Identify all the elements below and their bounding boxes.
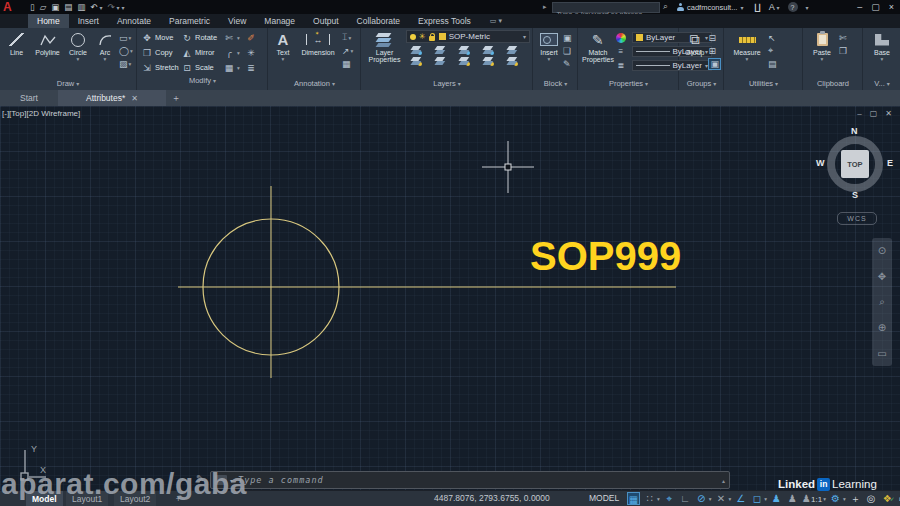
layer-tool-icon[interactable] [482, 56, 494, 66]
layer-tool-icon[interactable] [410, 45, 422, 55]
command-expand-icon[interactable]: ▴ [722, 477, 725, 484]
save-as-icon[interactable]: ▤ [64, 2, 72, 12]
file-tab-close-icon[interactable]: ✕ [131, 94, 138, 103]
quick-calc-icon[interactable]: ▤ [768, 59, 777, 69]
layer-color-swatch[interactable] [439, 33, 446, 40]
panel-block-label[interactable]: Block▾ [534, 78, 577, 90]
create-block-icon[interactable]: ❏ [563, 46, 571, 56]
isodraft-icon[interactable]: ✕ [715, 492, 728, 505]
hatch-caret-icon[interactable]: ▾ [129, 61, 132, 67]
search-icon[interactable]: ⌕ [663, 1, 668, 12]
id-point-icon[interactable]: ⌖ [768, 45, 773, 56]
annotation-visibility-icon[interactable]: ♟ [770, 492, 783, 505]
insert-caret-icon[interactable]: ▾ [548, 57, 551, 61]
layer-on-icon[interactable] [410, 34, 416, 40]
tab-insert[interactable]: Insert [69, 14, 108, 28]
viewcube-west[interactable]: W [816, 158, 825, 168]
rectangle-icon[interactable]: ▭ [119, 33, 128, 43]
fillet-button[interactable]: ╭▾ [224, 48, 246, 58]
layer-tool-icon[interactable] [506, 45, 518, 55]
model-space-button[interactable]: MODEL [589, 491, 619, 506]
plot-icon[interactable]: ▥ [77, 2, 85, 12]
undo-icon[interactable]: ↶ [90, 2, 97, 12]
stretch-button[interactable]: ⇲Stretch [142, 63, 182, 73]
multileader-icon[interactable]: ⌶ [342, 32, 347, 43]
drawing-area[interactable]: [-][Top][2D Wireframe] – ▢ ✕ Y X SOP999 … [0, 106, 900, 490]
circle-button[interactable]: Circle ▾ [65, 30, 91, 78]
object-snap-tracking-icon[interactable]: ∠ [734, 492, 747, 505]
help-caret-icon[interactable]: ▾ [806, 4, 809, 11]
snap-toggle-icon[interactable]: ∷ [643, 492, 656, 505]
quick-select-icon[interactable]: ↖ [768, 33, 776, 43]
graphics-performance-icon[interactable]: ❖ [881, 492, 894, 505]
save-icon[interactable]: ▣ [51, 2, 59, 12]
viewcube-east[interactable]: E [887, 158, 893, 168]
open-file-icon[interactable]: ▱ [40, 2, 47, 12]
paste-button[interactable]: Paste ▾ [807, 30, 837, 78]
layer-properties-button[interactable]: Layer Properties [365, 30, 404, 78]
tab-annotate[interactable]: Annotate [108, 14, 160, 28]
layer-tool-icon[interactable] [458, 56, 470, 66]
layer-thaw-icon[interactable]: ✳ [419, 34, 426, 40]
command-input[interactable] [236, 474, 719, 486]
ortho-toggle-icon[interactable]: ∟ [679, 492, 692, 505]
edit-attribute-icon[interactable]: ▣ [563, 33, 572, 43]
ellipse-icon[interactable]: ◯ [119, 46, 129, 56]
text-caret-icon[interactable]: ▾ [282, 57, 285, 61]
layer-tool-icon[interactable] [482, 45, 494, 55]
tab-express-tools[interactable]: Express Tools [409, 14, 480, 28]
ungroup-icon[interactable]: ⊟ [708, 33, 716, 43]
erase-button[interactable]: ✐ [246, 33, 259, 43]
dynamic-input-icon[interactable]: ⌖ [663, 492, 676, 505]
ellipse-caret-icon[interactable]: ▾ [130, 48, 133, 54]
tab-parametric[interactable]: Parametric [160, 14, 219, 28]
group-edit-icon[interactable]: ⊞ [708, 46, 716, 56]
tab-collaborate[interactable]: Collaborate [348, 14, 409, 28]
text-button[interactable]: A Text ▾ [272, 30, 294, 78]
insert-button[interactable]: Insert ▾ [537, 30, 561, 78]
base-caret-icon[interactable]: ▾ [881, 57, 884, 61]
measure-button[interactable]: Measure ▾ [728, 30, 766, 78]
linetype-icon[interactable]: ≣ [616, 61, 626, 70]
trim-button[interactable]: ✄▾ [224, 33, 246, 43]
leader-icon[interactable]: ↗ [342, 46, 350, 56]
panel-groups-label[interactable]: Groups▾ [680, 78, 723, 90]
tab-manage[interactable]: Manage [255, 14, 304, 28]
redo-icon[interactable]: ↷ [107, 2, 114, 12]
annotation-monitor-icon[interactable]: ＋ [849, 492, 862, 505]
rectangle-caret-icon[interactable]: ▾ [129, 35, 132, 41]
move-button[interactable]: ✥Move [142, 33, 182, 43]
redo-caret-icon[interactable]: ▾ [117, 4, 120, 11]
dimension-button[interactable]: ↔ Dimension [296, 30, 340, 78]
copy-clip-icon[interactable]: ❐ [839, 46, 847, 56]
restore-icon[interactable]: ▢ [871, 2, 880, 12]
navigation-wheel-icon[interactable]: ⊙ [878, 245, 886, 256]
isolate-objects-icon[interactable]: ◎ [865, 492, 878, 505]
arc-caret-icon[interactable]: ▾ [104, 57, 107, 61]
search-collapse-icon[interactable]: ▸ [543, 3, 547, 11]
scale-caret-icon[interactable]: ▾ [823, 496, 826, 502]
osnap-caret-icon[interactable]: ▾ [764, 496, 767, 502]
qat-customize-icon[interactable]: ▾ [122, 4, 125, 11]
copy-button[interactable]: ❐Copy [142, 48, 182, 58]
layer-tool-icon[interactable] [506, 56, 518, 66]
workspace-gear-icon[interactable]: ⚙ [829, 492, 842, 505]
viewcube-top-face[interactable]: TOP [841, 150, 869, 178]
grid-toggle-icon[interactable]: ▦ [627, 492, 640, 505]
arc-button[interactable]: Arc ▾ [93, 30, 117, 78]
file-tab-start[interactable]: Start [0, 90, 58, 106]
panel-annotation-label[interactable]: Annotation▾ [269, 78, 360, 90]
undo-caret-icon[interactable]: ▾ [99, 4, 102, 11]
viewcube-wcs-menu[interactable]: WCS [837, 212, 877, 225]
panel-utilities-label[interactable]: Utilities▾ [725, 78, 802, 90]
layer-tool-icon[interactable] [410, 56, 422, 66]
minimize-icon[interactable]: – [857, 2, 862, 12]
circle-caret-icon[interactable]: ▾ [77, 57, 80, 61]
manage-attributes-icon[interactable]: ✎ [563, 59, 571, 69]
color-wheel-icon[interactable] [616, 33, 626, 43]
measure-caret-icon[interactable]: ▾ [746, 57, 749, 61]
mirror-button[interactable]: ◭Mirror [182, 48, 224, 58]
offset-button[interactable]: ≣ [246, 63, 259, 73]
drawing-text-entity[interactable]: SOP999 [530, 236, 681, 276]
rotate-button[interactable]: ↻Rotate [182, 33, 224, 43]
